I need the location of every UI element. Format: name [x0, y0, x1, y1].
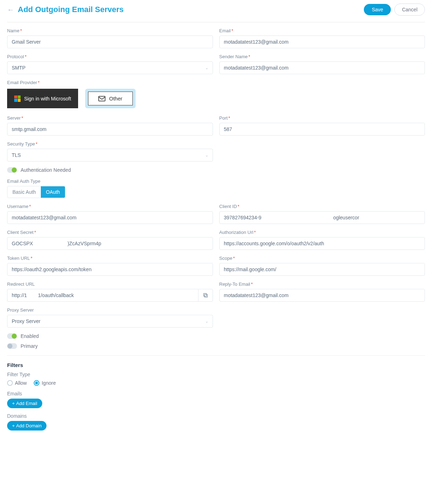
email-auth-type-label: Email Auth Type — [7, 179, 425, 184]
basic-auth-tab[interactable]: Basic Auth — [7, 186, 41, 198]
protocol-field-group: Protocol SMTP ⌄ — [7, 54, 213, 74]
username-field-group: Username — [7, 204, 213, 224]
redirect-url-input[interactable] — [7, 289, 198, 302]
other-provider-wrap: Other — [85, 89, 136, 108]
cancel-button[interactable]: Cancel — [394, 4, 425, 16]
add-email-button[interactable]: + Add Email — [7, 399, 42, 408]
filter-type-label: Filter Type — [7, 372, 425, 377]
filter-ignore-label: Ignore — [42, 380, 56, 386]
name-input[interactable] — [7, 35, 213, 48]
auth-needed-label: Authentication Needed — [21, 167, 71, 173]
filter-ignore-option[interactable]: Ignore — [34, 380, 56, 386]
server-field-group: Server — [7, 115, 213, 136]
filter-allow-label: Allow — [15, 380, 27, 386]
filters-title: Filters — [7, 362, 425, 368]
filter-domains-label: Domains — [7, 413, 425, 419]
redirect-url-input-wrap — [7, 289, 213, 302]
header-actions: Save Cancel — [364, 4, 425, 16]
toggles-group: Enabled Primary — [7, 333, 425, 349]
enabled-toggle[interactable] — [7, 333, 17, 339]
email-provider-label: Email Provider — [7, 80, 425, 85]
oauth-tab[interactable]: OAuth — [41, 186, 65, 198]
back-arrow-icon[interactable]: ← — [7, 6, 14, 14]
radio-icon — [34, 380, 39, 386]
port-field-group: Port — [219, 115, 425, 136]
proxy-server-value: Proxy Server — [12, 318, 40, 324]
security-type-value: TLS — [12, 152, 21, 158]
enabled-row: Enabled — [7, 333, 425, 339]
filters-section: Filters Filter Type Allow Ignore Emails … — [7, 362, 425, 431]
primary-row: Primary — [7, 343, 425, 349]
proxy-server-select[interactable]: Proxy Server ⌄ — [7, 315, 213, 328]
reply-to-input[interactable] — [219, 289, 425, 302]
microsoft-logo-icon — [14, 95, 21, 102]
server-label: Server — [7, 115, 213, 121]
sender-name-input[interactable] — [219, 61, 425, 74]
save-button[interactable]: Save — [364, 4, 391, 15]
port-input[interactable] — [219, 123, 425, 136]
scope-input[interactable] — [219, 263, 425, 276]
filter-type-radios: Allow Ignore — [7, 380, 425, 386]
protocol-label: Protocol — [7, 54, 213, 59]
add-email-label: Add Email — [16, 401, 37, 406]
sender-name-label: Sender Name — [219, 54, 425, 59]
proxy-server-label: Proxy Server — [7, 307, 213, 313]
username-input[interactable] — [7, 211, 213, 224]
email-provider-group: Email Provider Sign in with Microsoft Ot… — [7, 80, 425, 110]
email-auth-type-group: Email Auth Type Basic Auth OAuth — [7, 179, 425, 198]
server-input[interactable] — [7, 123, 213, 136]
primary-label: Primary — [21, 343, 38, 349]
auth-needed-toggle[interactable] — [7, 167, 17, 173]
chevron-down-icon: ⌄ — [205, 153, 208, 158]
filter-allow-option[interactable]: Allow — [7, 380, 27, 386]
auth-type-tabs: Basic Auth OAuth — [7, 186, 65, 198]
filter-emails-group: Emails + Add Email — [7, 391, 425, 408]
filter-type-group: Filter Type Allow Ignore — [7, 372, 425, 386]
auth-url-label: Authorization Url — [219, 230, 425, 235]
filter-domains-group: Domains + Add Domain — [7, 413, 425, 431]
add-domain-button[interactable]: + Add Domain — [7, 421, 47, 431]
name-label: Name — [7, 28, 213, 33]
email-field-group: Email — [219, 28, 425, 48]
security-type-field-group: Security Type TLS ⌄ — [7, 141, 213, 161]
port-label: Port — [219, 115, 425, 121]
auth-needed-row: Authentication Needed — [7, 167, 425, 173]
svg-rect-0 — [99, 96, 105, 101]
scope-label: Scope — [219, 256, 425, 261]
svg-rect-1 — [204, 294, 207, 297]
add-domain-label: Add Domain — [16, 423, 42, 428]
client-secret-label: Client Secret — [7, 230, 213, 235]
name-field-group: Name — [7, 28, 213, 48]
provider-options: Sign in with Microsoft Other — [7, 87, 425, 110]
other-provider-button[interactable]: Other — [88, 92, 133, 105]
auth-needed-group: Authentication Needed — [7, 167, 425, 173]
page-title: Add Outgoing Email Servers — [18, 5, 124, 14]
reply-to-label: Reply-To Email — [219, 281, 425, 287]
primary-toggle[interactable] — [7, 343, 17, 349]
mail-icon — [98, 96, 105, 102]
svg-rect-2 — [203, 294, 206, 296]
enabled-label: Enabled — [21, 333, 39, 339]
client-secret-input[interactable] — [7, 237, 213, 250]
radio-icon — [7, 380, 13, 386]
other-provider-label: Other — [109, 95, 122, 102]
form-grid: Name Email Protocol SMTP ⌄ Sender Name E… — [7, 28, 425, 349]
protocol-select[interactable]: SMTP ⌄ — [7, 61, 213, 74]
chevron-down-icon: ⌄ — [205, 319, 208, 324]
email-input[interactable] — [219, 35, 425, 48]
divider — [7, 355, 425, 356]
copy-redirect-url-button[interactable] — [198, 289, 213, 302]
token-url-field-group: Token URL — [7, 256, 213, 276]
security-type-select[interactable]: TLS ⌄ — [7, 149, 213, 161]
client-id-field-group: Client ID — [219, 204, 425, 224]
auth-url-input[interactable] — [219, 237, 425, 250]
token-url-label: Token URL — [7, 256, 213, 261]
microsoft-signin-button[interactable]: Sign in with Microsoft — [7, 89, 78, 108]
client-id-label: Client ID — [219, 204, 425, 209]
token-url-input[interactable] — [7, 263, 213, 276]
client-id-input[interactable] — [219, 211, 425, 224]
email-label: Email — [219, 28, 425, 33]
plus-icon: + — [12, 423, 15, 428]
protocol-value: SMTP — [12, 65, 26, 71]
filter-emails-label: Emails — [7, 391, 425, 396]
